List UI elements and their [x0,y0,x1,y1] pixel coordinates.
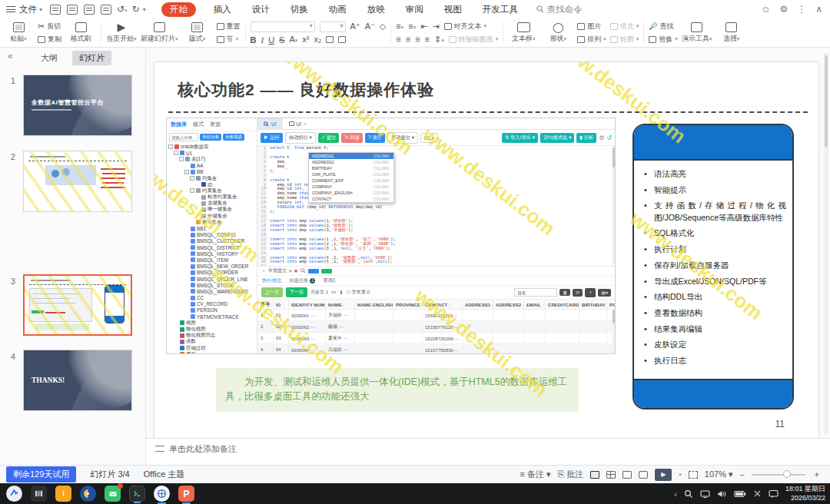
copy-button[interactable]: 复制 [38,35,61,45]
panel-tab[interactable]: 幻灯片 [72,51,111,65]
grid-row[interactable]: 2620000062 ⋯杨薇 ⋯15195779128⋯ [258,321,616,333]
format-sql-button[interactable]: 语句格式化 ▾ [540,133,574,143]
history-icon[interactable]: ↺ [606,134,612,141]
feedback-icon[interactable]: ☺ [761,4,770,15]
cut-button[interactable]: ✂剪切 [38,22,61,32]
analyze-button[interactable]: ▮ 分析 [576,133,596,143]
next-page-button[interactable]: 下一页 [286,287,307,297]
smart-graphic-button[interactable]: 转智能图形▾ [449,35,499,45]
tree-node[interactable]: − BMSQL_OORDER [167,270,257,276]
menu-tab[interactable]: 切换 [287,2,311,17]
table-tab[interactable]: UI × [283,118,313,129]
grid-header-cell[interactable]: BIRTHDAY [579,300,607,310]
manual-commit-select[interactable]: 手动提交 ▾ [387,132,418,144]
paste-button[interactable]: 粘贴▾ [3,20,34,45]
grid-header-row[interactable]: 序号IDIDENTITY NUMNAMENAME ENGLISHPROVINCE… [258,300,616,310]
tree-node[interactable]: − CC [167,295,257,301]
slide-thumbnail-4[interactable]: THANKS! [23,350,132,411]
grid-header-cell[interactable]: IDENTITY NUM [289,300,326,310]
more-icon[interactable]: ⋮ [797,4,806,15]
slide-thumbnail-3-selected[interactable] [23,274,132,336]
system-app-icon[interactable] [154,486,170,502]
wps-presentation-icon[interactable]: P [178,486,194,502]
menu-tab[interactable]: 开发工具 [480,2,521,17]
grid-header-cell[interactable]: CREDITCARD [546,300,579,310]
numbered-list-icon[interactable]: ≡▾ [408,22,416,31]
phonetic-guide-icon[interactable] [326,36,334,43]
zoom-slider-knob[interactable] [783,470,791,478]
tree-node[interactable]: − oracle数据库 [167,144,257,150]
play-options-icon[interactable]: ▾ [679,472,682,478]
input-method-icon[interactable] [753,489,762,498]
prev-page-button[interactable]: 上一页 [261,287,283,297]
tray-expand-icon[interactable]: ‹ [674,489,677,499]
ide-panel-tab[interactable]: 模式 [193,121,204,128]
search-icon[interactable] [684,489,693,499]
expand-icon[interactable]: − [190,188,194,193]
trial-badge[interactable]: 剩余129天试用 [6,466,76,482]
zoom-slider[interactable] [752,474,805,476]
increase-font-icon[interactable]: A⁺ [350,22,360,31]
grid-header-cell[interactable]: ADDRESS1 [463,300,493,310]
zoom-out-button[interactable]: − [740,470,745,479]
tree-node[interactable]: − BMSQL_CUSTOMER [167,238,257,244]
notes-toggle[interactable]: ≡ 备注 ▾ [520,469,550,480]
grid-header-cell[interactable]: EMAIL [524,300,546,310]
menu-tab[interactable]: 动画 [326,2,350,17]
editor-scrollbar[interactable] [612,146,615,266]
highlight-pen-icon[interactable] [338,36,346,43]
slide[interactable]: www.deskui.com www.deskui.com www.deskui… [154,61,819,439]
clear-format-icon[interactable]: ◇ [380,22,386,31]
layout-button[interactable]: 版式▾ [182,20,213,45]
auto-split-button[interactable]: 自动拆分 ▾ [285,132,316,144]
fill-button[interactable]: 填充▾ [610,22,639,32]
tree-node[interactable]: − 列集合 [167,175,257,181]
menu-tab[interactable]: 审阅 [403,2,427,17]
gear-icon[interactable]: ⚙ [599,134,604,141]
play-from-page-button[interactable]: ▶ 当页开始▾ [106,20,137,45]
replace-button[interactable]: 替换▾ [649,35,678,45]
object-filter-button[interactable]: 对象筛选 [223,134,244,141]
decrease-indent-icon[interactable]: ⇤ [420,22,427,31]
sorter-view-icon[interactable] [606,471,616,479]
menu-tab[interactable]: 视图 [441,2,465,17]
clock[interactable]: 18:01 星期日 2026/03/22 [785,485,825,502]
slideshow-settings-icon[interactable] [639,471,648,479]
tree-node[interactable]: − 索引集合 [167,219,257,225]
tree-node[interactable]: − BB1 [167,225,257,231]
menu-icon[interactable] [6,6,15,12]
notification-icon[interactable] [769,489,779,499]
search-icon[interactable] [300,268,306,274]
tree-node[interactable]: − 函数 [167,339,257,345]
new-slide-button[interactable]: 新建幻灯片▾ [141,20,178,45]
import-export-button[interactable]: ⇅ 导入/导出 ▾ [502,133,538,143]
tree-node[interactable]: − 表(17) [167,156,257,162]
decrease-font-icon[interactable]: A⁻ [365,22,375,31]
grid-header-cell[interactable]: POSTCOD [607,300,616,310]
superscript-button[interactable]: x² [302,35,309,44]
zoom-in-button[interactable]: ＋ [812,469,821,480]
menu-tab[interactable]: 设计 [249,2,273,17]
expand-icon[interactable]: − [179,157,184,161]
find-button[interactable]: 🔎查找 [649,22,678,32]
grid-header-cell[interactable]: ADDRESS2 [493,300,524,310]
grid-menu-button[interactable]: ▤▾ [598,289,611,297]
font-color-button[interactable]: A▾ [289,35,297,44]
object-search-input[interactable] [169,133,198,141]
mail-icon[interactable] [105,486,121,502]
volume-icon[interactable] [717,489,727,499]
autocomplete-item[interactable]: BIRTHDAY COLUMN [309,165,393,171]
autocomplete-item[interactable]: ADDRESS1 COLUMN [309,153,393,159]
tree-node[interactable]: − BMSQL_HISTORY [167,250,257,257]
tree-node[interactable]: − 序列 [167,351,257,353]
tree-node[interactable]: − BMSQL_STOCK [167,282,257,288]
grid-header-cell[interactable]: PROVINCE [393,300,423,310]
download-icon[interactable]: ⬇ [339,290,344,296]
tree-node[interactable]: − BMSQL_ORDER_LINE [167,276,257,282]
underline-button[interactable]: U [268,35,274,45]
result-tab[interactable]: 执行信息 [262,277,281,284]
tree-node[interactable]: − BMSQL_CONFIG [167,232,257,238]
line-spacing-icon[interactable]: ⇕▾ [434,35,444,44]
reset-button[interactable]: 重置 [217,22,241,32]
print-icon[interactable] [84,5,95,15]
